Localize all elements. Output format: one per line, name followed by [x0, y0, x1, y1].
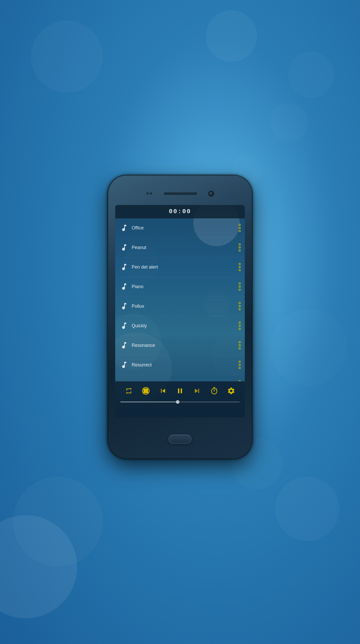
song-item[interactable]: Ringtones de Mario Bros — [115, 375, 245, 381]
stop-button[interactable] — [140, 385, 151, 396]
dot-1 — [239, 302, 241, 304]
music-note-icon — [119, 223, 129, 233]
music-note-icon — [119, 301, 129, 311]
dot-3 — [239, 308, 241, 310]
dot-2 — [239, 227, 241, 229]
music-note-icon — [119, 360, 129, 370]
dot-1 — [239, 263, 241, 265]
dot-3 — [239, 250, 241, 252]
song-options-dots[interactable] — [239, 263, 242, 271]
song-options-dots[interactable] — [239, 341, 242, 349]
home-button[interactable] — [168, 434, 192, 444]
music-note-icon — [119, 321, 129, 331]
song-name: Pollux — [132, 304, 239, 309]
phone-shell: 00:00 Office Peanu — [108, 175, 252, 459]
dot-3 — [239, 367, 241, 369]
progress-fill — [120, 402, 178, 402]
song-name: Resonance — [132, 343, 239, 348]
dot-2 — [239, 344, 241, 346]
dot-2 — [239, 286, 241, 288]
dot-3 — [239, 347, 241, 349]
dot-3 — [239, 289, 241, 291]
progress-bar[interactable] — [120, 399, 240, 405]
dot-1 — [239, 322, 241, 324]
song-item[interactable]: Resurrect — [115, 355, 245, 375]
phone-screen: 00:00 Office Peanu — [115, 205, 245, 417]
prev-button[interactable] — [158, 385, 168, 396]
music-note-icon — [119, 262, 129, 272]
progress-track — [120, 402, 240, 402]
song-options-dots[interactable] — [239, 243, 242, 252]
song-name: Pen det alert — [132, 264, 239, 270]
dot-1 — [239, 361, 241, 363]
dot-1 — [239, 341, 241, 343]
progress-thumb — [176, 400, 179, 404]
song-name: Quickly — [132, 323, 239, 329]
song-options-dots[interactable] — [239, 282, 242, 291]
song-options-dots[interactable] — [239, 322, 242, 330]
dot-3 — [239, 230, 241, 232]
song-item[interactable]: Office — [115, 218, 245, 238]
song-item[interactable]: Piano — [115, 277, 245, 297]
dot-3 — [239, 328, 241, 330]
camera-icon — [209, 191, 213, 196]
song-name: Office — [132, 225, 239, 231]
music-note-icon — [119, 340, 129, 350]
pause-button[interactable] — [175, 385, 185, 396]
speaker-grille — [164, 192, 197, 195]
svg-rect-2 — [144, 389, 148, 393]
song-item[interactable]: Pollux — [115, 297, 245, 316]
song-name: Peanut — [132, 245, 239, 250]
dot-1 — [239, 282, 241, 285]
controls-bar — [115, 381, 245, 417]
song-options-dots[interactable] — [239, 361, 242, 369]
dot-1 — [239, 224, 241, 226]
timer-button[interactable] — [209, 385, 220, 396]
song-options-dots[interactable] — [239, 224, 242, 232]
timer-display: 00:00 — [115, 205, 245, 218]
dot-1 — [239, 243, 241, 245]
music-note-icon — [119, 243, 129, 252]
song-list: Office Peanut — [115, 218, 245, 381]
song-name: Resurrect — [132, 362, 239, 368]
repeat-button[interactable] — [123, 385, 134, 396]
controls-buttons — [115, 381, 245, 398]
settings-button[interactable] — [226, 385, 237, 396]
dot-2 — [239, 305, 241, 307]
dot-2 — [239, 266, 241, 268]
dot-2 — [239, 325, 241, 327]
song-item[interactable]: Peanut — [115, 238, 245, 257]
dot-2 — [239, 246, 241, 248]
dot-2 — [239, 364, 241, 366]
speaker-dots — [147, 192, 152, 195]
song-item[interactable]: Resonance — [115, 336, 245, 355]
speaker-dot-2 — [150, 192, 152, 195]
dot-3 — [239, 269, 241, 271]
music-note-icon — [119, 282, 129, 291]
next-button[interactable] — [192, 385, 202, 396]
song-name: Piano — [132, 284, 239, 289]
song-options-dots[interactable] — [239, 302, 242, 310]
phone-device: 00:00 Office Peanu — [108, 175, 252, 459]
timer-text: 00:00 — [169, 208, 191, 215]
song-item[interactable]: Quickly — [115, 316, 245, 336]
speaker-dot-1 — [147, 192, 149, 195]
phone-top-bar — [147, 191, 213, 196]
song-item[interactable]: Pen det alert — [115, 257, 245, 277]
